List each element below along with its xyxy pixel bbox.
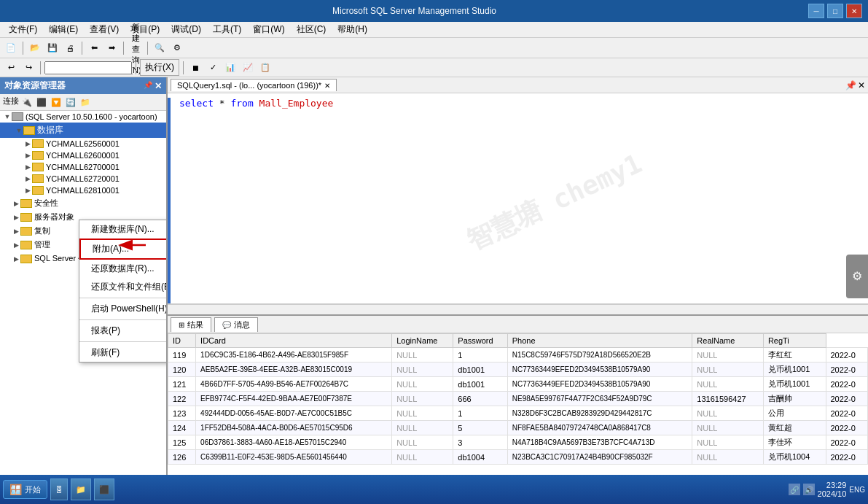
toolbar-btn-3[interactable]: 🖨 (62, 40, 78, 56)
start-button[interactable]: 🪟 开始 (3, 480, 47, 499)
col-phone: Phone (507, 334, 692, 348)
server-node[interactable]: ▼ (SQL Server 10.50.1600 - yocartoon) (0, 111, 166, 123)
messages-tab[interactable]: 💬 消息 (214, 317, 258, 332)
security-expand-icon[interactable]: ▶ (12, 199, 20, 208)
db-expand-4[interactable]: ▶ (23, 174, 32, 183)
messages-tab-label: 消息 (234, 319, 250, 330)
window-controls[interactable]: ─ □ ✕ (808, 4, 862, 18)
explorer-title: 对象资源管理器 (4, 80, 66, 92)
sql-line-indicator (168, 98, 171, 303)
cell-id: 121 (168, 377, 196, 392)
management-expand-icon[interactable]: ▶ (12, 241, 20, 249)
undo-button[interactable]: ↩ (3, 60, 19, 76)
explorer-collapse-icon[interactable]: 📁 (79, 96, 92, 109)
sql-horizontal-scroll[interactable] (168, 304, 868, 314)
menu-file[interactable]: 文件(F) (3, 22, 43, 37)
sql-query-tab[interactable]: SQLQuery1.sql - (lo... (yocartoon (196))… (171, 79, 337, 91)
server-objects-expand-icon[interactable]: ▶ (12, 213, 20, 222)
db-expand-1[interactable]: ▶ (23, 139, 32, 148)
menu-tools[interactable]: 工具(T) (207, 22, 247, 37)
taskbar-explorer-btn[interactable]: 📁 (71, 478, 91, 500)
cell-regtime: 2022-0 (826, 450, 868, 465)
explorer-refresh-icon[interactable]: 🔄 (64, 96, 77, 109)
explorer-close-icon[interactable]: ✕ (155, 81, 162, 91)
toolbar-btn-2[interactable]: 💾 (44, 40, 60, 56)
gear-button[interactable]: ⚙ (846, 255, 868, 298)
security-folder[interactable]: ▶ 安全性 (0, 196, 166, 210)
cell-loginname: NULL (392, 450, 453, 465)
menu-community[interactable]: 社区(C) (291, 22, 332, 37)
explorer-btn-1[interactable]: 🔌 (20, 96, 34, 109)
databases-folder-icon (23, 126, 35, 135)
results-table-container[interactable]: ID IDCard LoginName Password Phone RealN… (168, 333, 868, 475)
menu-window[interactable]: 窗口(W) (247, 22, 290, 37)
parse-button[interactable]: ✓ (205, 60, 221, 76)
toolbar-btn-4[interactable]: ⬅ (86, 40, 102, 56)
minimize-button[interactable]: ─ (808, 4, 824, 18)
sql-tab-close-icon[interactable]: ✕ (324, 82, 330, 90)
maximize-button[interactable]: □ (827, 4, 843, 18)
explorer-btn-2[interactable]: ⬛ (35, 96, 48, 109)
table-row: 124 1FF52DB4-508A-4ACA-B0D6-AE57015C95D6… (168, 421, 868, 435)
menu-debug[interactable]: 调试(D) (165, 22, 207, 37)
explorer-pin-icon[interactable]: 📌 (144, 81, 152, 91)
ctx-restore-files[interactable]: 还原文件和文件组(E)... (79, 278, 168, 296)
col-password: Password (453, 334, 507, 348)
taskbar-ssms-btn[interactable]: 🗄 (50, 478, 68, 500)
db-expand-2[interactable]: ▶ (23, 151, 32, 160)
new-query-text-button[interactable]: 新建查询(N) (128, 40, 144, 56)
execution-plan-button[interactable]: 📈 (240, 60, 256, 76)
redo-button[interactable]: ↪ (20, 60, 36, 76)
menu-help[interactable]: 帮助(H) (332, 22, 373, 37)
results-tab[interactable]: ⊞ 结果 (171, 317, 211, 332)
server-icon (12, 112, 23, 121)
db-selector[interactable] (44, 61, 132, 74)
editor-pin-icon[interactable]: 📌 (845, 80, 856, 90)
db-item-ychmall62560001[interactable]: ▶ YCHMALL62560001 (0, 138, 166, 150)
ctx-attach[interactable]: 附加(A)... (79, 239, 168, 260)
results-button[interactable]: 📊 (222, 60, 238, 76)
db-item-ychmall62810001[interactable]: ▶ YCHMALL62810001 (0, 185, 166, 196)
db-item-ychmall62700001[interactable]: ▶ YCHMALL62700001 (0, 161, 166, 173)
menu-view[interactable]: 查看(V) (84, 22, 125, 37)
server-expand-icon[interactable]: ▼ (3, 112, 12, 121)
editor-window-controls[interactable]: 📌 ✕ (845, 80, 865, 90)
replication-expand-icon[interactable]: ▶ (12, 227, 20, 236)
client-stats-button[interactable]: 📋 (257, 60, 273, 76)
execute-button[interactable]: 执行(X) (140, 59, 179, 76)
cell-idcard: 4B66D7FF-5705-4A99-B546-AE7F00264B7C (196, 377, 392, 392)
ctx-new-database[interactable]: 新建数据库(N)... (79, 220, 168, 239)
close-button[interactable]: ✕ (846, 4, 862, 18)
ctx-restore-db[interactable]: 还原数据库(R)... (79, 260, 168, 278)
ctx-powershell[interactable]: 启动 PowerShell(H) (79, 300, 168, 318)
stop-button[interactable]: ⏹ (187, 60, 203, 76)
db-expand-5[interactable]: ▶ (23, 186, 32, 195)
databases-folder[interactable]: ▼ 数据库 (0, 123, 166, 138)
db-item-ychmall62600001[interactable]: ▶ YCHMALL62600001 (0, 150, 166, 161)
sql-agent-expand-icon[interactable]: ▶ (12, 255, 20, 263)
taskbar-cmd-btn[interactable]: ⬛ (94, 478, 114, 500)
cell-phone: 13161596427 (692, 392, 764, 406)
connect-label[interactable]: 连接 (3, 96, 19, 109)
ctx-refresh-label: 刷新(F) (91, 346, 120, 359)
db-item-ychmall62720001[interactable]: ▶ YCHMALL62720001 (0, 173, 166, 185)
cell-idcard: C6399B11-E0F2-453E-98D5-AE5601456440 (196, 450, 392, 465)
menu-edit[interactable]: 编辑(E) (43, 22, 84, 37)
db-expand-3[interactable]: ▶ (23, 163, 32, 171)
sql-editor[interactable]: select * from Mall_Employee 智慧塘 chemy1 (168, 93, 868, 304)
cmd-icon: ⬛ (99, 485, 109, 495)
security-icon (20, 199, 32, 208)
toolbar-btn-6[interactable]: 🔍 (152, 40, 168, 56)
toolbar-btn-1[interactable]: 📂 (27, 40, 43, 56)
ctx-reports[interactable]: 报表(P) ▶ (79, 322, 168, 340)
cell-phone: NULL (692, 435, 764, 450)
new-query-button[interactable]: 📄 (3, 40, 19, 56)
table-row: 120 AEB5A2FE-39E8-4EEE-A32B-AE83015C0019… (168, 363, 868, 377)
toolbar-btn-7[interactable]: ⚙ (169, 40, 185, 56)
cell-loginname: NULL (392, 421, 453, 435)
ctx-refresh[interactable]: 刷新(F) (79, 344, 168, 362)
toolbar-btn-5[interactable]: ➡ (103, 40, 120, 56)
databases-expand-icon[interactable]: ▼ (15, 126, 23, 135)
explorer-filter-icon[interactable]: 🔽 (50, 96, 63, 109)
editor-close-icon[interactable]: ✕ (858, 80, 865, 90)
